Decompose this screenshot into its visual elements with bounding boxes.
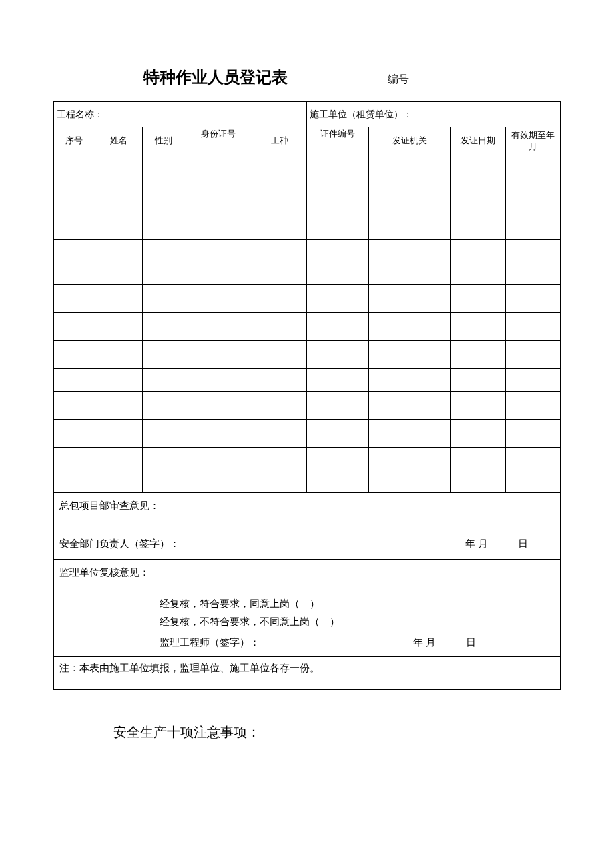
table-row[interactable] [54,262,561,285]
col-job: 工种 [252,127,307,155]
col-cert-no: 证件编号 [307,127,368,155]
table-row[interactable] [54,341,561,369]
review2-approve-line: 经复核，符合要求，同意上岗（ ） [160,595,555,613]
review1-signer-label: 安全部门负责人（签字）： [59,535,180,553]
col-name: 姓名 [95,127,143,155]
table-row[interactable] [54,155,561,183]
table-row[interactable] [54,240,561,262]
footnote-cell: 注：本表由施工单位填报，监理单位、施工单位各存一份。 [54,657,561,690]
table-row[interactable] [54,313,561,341]
col-gender: 性别 [143,127,184,155]
table-row[interactable] [54,392,561,420]
col-id-no: 身份证号 [184,127,252,155]
col-issue-date: 发证日期 [450,127,505,155]
general-contractor-review-cell[interactable]: 总包项目部审查意见： 安全部门负责人（签字）： 年 月 日 [54,493,561,560]
review2-title: 监理单位复核意见： [59,564,555,582]
table-row[interactable] [54,211,561,240]
table-row[interactable] [54,369,561,392]
table-row[interactable] [54,183,561,211]
review2-reject-line: 经复核，不符合要求，不同意上岗（ ） [160,613,555,631]
contractor-cell[interactable]: 施工单位（租赁单位）： [307,102,561,127]
registration-table: 工程名称： 施工单位（租赁单位）： 序号 姓名 性别 身份证号 工种 证件编号 … [53,101,561,690]
safety-notes-title: 安全生产十项注意事项： [113,723,561,741]
review2-signer-label: 监理工程师（签字）： [160,634,260,652]
col-issuer: 发证机关 [368,127,450,155]
page-title: 特种作业人员登记表 [143,67,288,88]
table-row[interactable] [54,470,561,493]
project-name-cell[interactable]: 工程名称： [54,102,307,127]
review1-date: 年 月 日 [465,535,528,553]
review2-date: 年 月 日 [413,634,476,652]
col-expiry: 有效期至年月 [505,127,560,155]
review1-title: 总包项目部审查意见： [59,497,555,515]
table-row[interactable] [54,448,561,470]
table-row[interactable] [54,285,561,313]
col-seq: 序号 [54,127,95,155]
table-row[interactable] [54,420,561,448]
serial-number-label: 编号 [388,73,409,87]
supervisor-review-cell[interactable]: 监理单位复核意见： 经复核，符合要求，同意上岗（ ） 经复核，不符合要求，不同意… [54,560,561,657]
